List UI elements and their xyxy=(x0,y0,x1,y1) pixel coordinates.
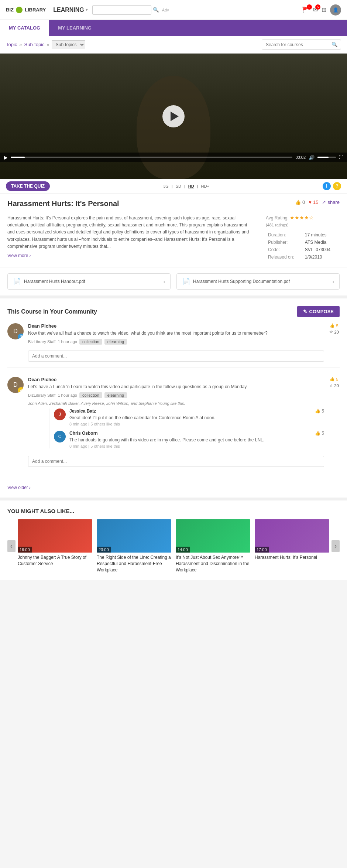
post-2-like-button[interactable]: 👍 5 xyxy=(330,377,338,382)
duration-label: Duration: xyxy=(267,232,303,238)
attachment-2-name: Harassment Hurts Supporting Documentatio… xyxy=(193,279,290,284)
header-nav: LEARNING ▾ xyxy=(53,7,88,13)
quality-hdplus[interactable]: HD+ xyxy=(201,184,209,188)
code-value: SVL_073004 xyxy=(303,246,339,253)
view-more-button[interactable]: View more › xyxy=(7,252,31,259)
play-pause-button[interactable]: ▶ xyxy=(4,154,8,160)
reply-2-avatar: C xyxy=(54,431,66,442)
thumbs-up-icon-r1: 👍 xyxy=(315,409,320,414)
reply-1-like-button[interactable]: 👍 5 xyxy=(315,409,324,414)
breadcrumb-topic[interactable]: Topic xyxy=(6,42,17,47)
play-button[interactable] xyxy=(162,105,185,127)
post-1-comment-input[interactable] xyxy=(28,351,324,362)
share-button[interactable]: ↗ share xyxy=(322,199,340,205)
compose-button[interactable]: ✎ COMPOSE xyxy=(297,306,340,317)
post-1-time: 1 hour ago xyxy=(58,339,77,344)
like-button[interactable]: 👍 0 xyxy=(295,199,305,205)
tab-my-learning[interactable]: MY LEARNING xyxy=(49,20,100,36)
reply-2-like-button[interactable]: 👍 5 xyxy=(315,431,324,436)
mail-button[interactable]: ✉ 5 xyxy=(313,6,318,13)
logo[interactable]: BIZ LIBRARY xyxy=(6,7,46,13)
post-2-tag-collection[interactable]: collection xyxy=(79,392,102,398)
post-2-time: 1 hour ago xyxy=(58,393,77,397)
favorite-button[interactable]: ♥ 15 xyxy=(309,199,318,205)
volume-bar[interactable] xyxy=(317,157,336,158)
attachment-1-name: Harassment Hurts Handout.pdf xyxy=(24,279,85,284)
related-prev-button[interactable]: ‹ xyxy=(7,540,16,552)
related-next-button[interactable]: › xyxy=(331,540,340,552)
volume-icon[interactable]: 🔊 xyxy=(309,155,315,160)
tab-my-catalog[interactable]: MY CATALOG xyxy=(0,20,49,36)
nav-title: LEARNING xyxy=(53,7,84,13)
attachment-1-left: 📄 Harassment Hurts Handout.pdf xyxy=(13,277,85,286)
fullscreen-button[interactable]: ⛶ xyxy=(339,155,343,160)
related-card-2[interactable]: 23:00 The Right Side of the Line: Creati… xyxy=(97,519,171,573)
post-1-avatar: D ? xyxy=(7,323,24,339)
post-1-tag-collection[interactable]: collection xyxy=(79,339,102,345)
breadcrumb-subtopics-dropdown[interactable]: Sub-topics xyxy=(52,40,85,49)
duration-value: 17 minutes xyxy=(303,232,339,238)
post-2-badge: ★ xyxy=(18,387,24,393)
adv-text: Adv xyxy=(162,8,169,12)
quality-sep1: | xyxy=(172,184,173,188)
related-label-2: The Right Side of the Line: Creating a R… xyxy=(97,554,171,573)
post-1: D ? Dean Pichee Now that we've all had a… xyxy=(7,323,340,368)
related-card-4[interactable]: 17:00 Harassment Hurts: It's Personal xyxy=(255,519,329,561)
reply-1-text: Great idea! I'll put it on the office ca… xyxy=(69,414,216,421)
reply-2-author: Chris Osborn xyxy=(69,431,264,436)
thumb-up-icon: 👍 xyxy=(295,199,301,205)
attachment-1[interactable]: 📄 Harassment Hurts Handout.pdf › xyxy=(7,273,171,290)
quality-sep2: | xyxy=(184,184,185,188)
compose-label: COMPOSE xyxy=(309,309,334,314)
reply-1-avatar: J xyxy=(54,409,66,420)
logo-biz: BIZ xyxy=(6,7,14,13)
course-actions: 👍 0 ♥ 15 ↗ share xyxy=(295,199,340,205)
quality-3g[interactable]: 3G xyxy=(163,184,169,188)
flag-badge: 2 xyxy=(307,4,312,10)
related-card-3[interactable]: 14:00 It's Not Just About Sex Anymore™ H… xyxy=(176,519,250,573)
course-search-button[interactable]: 🔍 xyxy=(329,40,341,49)
attachments-section: 📄 Harassment Hurts Handout.pdf › 📄 Haras… xyxy=(0,267,347,295)
user-avatar[interactable]: 👤 xyxy=(330,4,341,16)
related-card-1[interactable]: 16:00 Johnny the Bagger: A True Story of… xyxy=(18,519,92,567)
info-button[interactable]: i xyxy=(323,182,331,190)
view-older-button[interactable]: View older › xyxy=(7,485,31,490)
chevron-down-icon[interactable]: ▾ xyxy=(86,7,88,12)
quality-sep3: | xyxy=(197,184,198,188)
grid-button[interactable]: ⊞ xyxy=(322,6,326,13)
quality-hd[interactable]: HD xyxy=(188,184,194,188)
progress-bar[interactable] xyxy=(11,157,292,158)
pdf-icon-2: 📄 xyxy=(182,277,190,286)
header-search-button[interactable]: 🔍 xyxy=(151,6,161,14)
flag-button[interactable]: 🚩 2 xyxy=(302,6,309,13)
post-2-body: Dean Pichee Let's have a Lunch 'n Learn … xyxy=(28,377,324,467)
header-search-input[interactable] xyxy=(92,5,151,15)
post-2-like-count: 5 xyxy=(336,377,338,382)
post-1-star-button[interactable]: ☆ 20 xyxy=(329,329,339,334)
breadcrumb-sep2: » xyxy=(47,42,49,47)
progress-fill xyxy=(11,157,25,158)
post-2-tagged-users: John Allen, Zechariah Baker, Avery Reese… xyxy=(28,401,324,406)
logo-icon xyxy=(16,7,23,13)
post-2-replies: J Jessica Batz Great idea! I'll put it o… xyxy=(49,409,324,448)
related-duration-4: 17:00 xyxy=(255,547,269,553)
course-search-input[interactable] xyxy=(262,40,329,49)
post-2-star-button[interactable]: ☆ 20 xyxy=(329,383,339,388)
attachment-2[interactable]: 📄 Harassment Hurts Supporting Documentat… xyxy=(176,273,340,290)
post-2-comment-input[interactable] xyxy=(28,456,324,467)
post-1-like-button[interactable]: 👍 5 xyxy=(330,323,338,328)
course-title: Harassment Hurts: It's Personal xyxy=(7,199,119,208)
breadcrumb-subtopic[interactable]: Sub-topic xyxy=(24,42,45,47)
share-icon: ↗ xyxy=(322,199,326,205)
post-2-tag-elearning[interactable]: elearning xyxy=(104,392,127,398)
related-label-3: It's Not Just About Sex Anymore™ Harassm… xyxy=(176,554,250,573)
thumbs-up-icon-p2: 👍 xyxy=(330,377,335,382)
take-quiz-button[interactable]: TAKE THE QUIZ xyxy=(6,181,50,191)
help-button[interactable]: ? xyxy=(333,182,341,190)
related-thumb-3: 14:00 xyxy=(176,519,250,553)
reply-2-like-count: 5 xyxy=(322,431,324,436)
time-display: 00:02 xyxy=(295,155,306,160)
quality-sd[interactable]: SD xyxy=(176,184,181,188)
related-thumb-4: 17:00 xyxy=(255,519,329,553)
post-1-tag-elearning[interactable]: elearning xyxy=(104,339,127,345)
